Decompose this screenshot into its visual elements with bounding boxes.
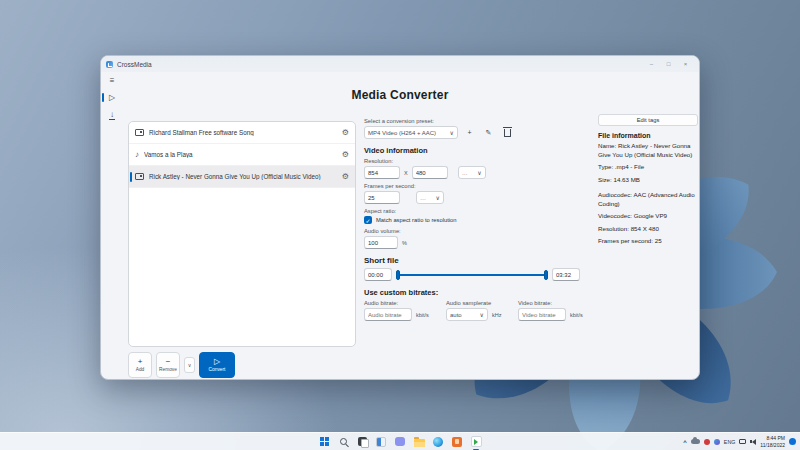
add-button[interactable]: + Add (128, 352, 152, 378)
video-bitrate-unit: kbit/s (570, 312, 583, 318)
app-icon (106, 61, 113, 68)
file-explorer-button[interactable] (413, 436, 425, 448)
fps-label: Frames per second: (364, 183, 596, 189)
volume-icon[interactable] (750, 439, 756, 445)
aspect-checkbox-label: Match aspect ratio to resolution (376, 217, 457, 223)
task-view-button[interactable] (356, 436, 368, 448)
taskbar-clock[interactable]: 8:44 PM 11/18/2022 (760, 435, 785, 448)
resolution-label: Resolution: (364, 158, 596, 164)
language-indicator[interactable]: ENG (724, 439, 735, 445)
file-info-panel: Edit tags File information Name: Rick As… (598, 114, 698, 250)
edit-preset-button[interactable]: ✎ (481, 126, 496, 139)
nav-menu-button[interactable]: ≡ (101, 72, 123, 89)
gear-icon[interactable]: ⚙ (342, 128, 349, 137)
file-info-audiocodec: Audiocodec: AAC (Advanced Audio Coding) (598, 191, 698, 209)
file-info-heading: File information (598, 132, 698, 139)
music-file-icon: ♪ (135, 151, 139, 159)
audio-volume-input[interactable] (364, 236, 398, 249)
tray-overflow-chevron[interactable]: ^ (683, 439, 687, 445)
video-info-heading: Video information (364, 146, 596, 155)
edge-button[interactable] (432, 436, 444, 448)
pencil-icon: ✎ (486, 129, 492, 137)
slider-handle-end[interactable] (544, 270, 548, 280)
close-icon[interactable]: × (677, 57, 694, 71)
list-actions: + Add − Remove ∨ ▷ Convert (128, 352, 235, 378)
onedrive-icon[interactable] (691, 439, 700, 444)
notification-badge[interactable] (789, 438, 796, 445)
check-icon: ✓ (365, 217, 370, 224)
minus-icon: − (166, 358, 171, 366)
download-icon: ↓ (110, 111, 114, 119)
file-info-fps: Frames per second: 25 (598, 237, 698, 246)
slider-handle-start[interactable] (396, 270, 400, 280)
fps-preset-dropdown[interactable]: … ∨ (416, 191, 444, 204)
app-title: CrossMedia (117, 61, 152, 68)
windows-logo-icon (320, 437, 329, 446)
search-button[interactable] (337, 436, 349, 448)
samplerate-value: auto (450, 312, 462, 318)
trim-start-input[interactable] (364, 268, 392, 281)
trim-end-input[interactable] (552, 268, 580, 281)
audio-bitrate-input[interactable] (364, 308, 412, 321)
crossmedia-window: CrossMedia – □ × ≡ ▷ ↓ Media Converter R… (100, 55, 700, 380)
fps-input[interactable] (364, 191, 400, 204)
crossmedia-taskbar-button[interactable] (470, 436, 482, 448)
trash-icon (504, 129, 511, 137)
trim-range-slider[interactable] (396, 270, 548, 280)
display-icon[interactable] (739, 439, 746, 444)
page-title: Media Converter (101, 88, 699, 102)
samplerate-label: Audio samplerate (446, 300, 518, 306)
file-name: Vamos a la Playa (144, 151, 193, 158)
preset-label: Select a conversion preset: (364, 118, 596, 124)
edit-tags-button[interactable]: Edit tags (598, 114, 698, 126)
remove-options-button[interactable]: ∨ (184, 357, 195, 373)
file-info-name: Name: Rick Astley - Never Gonna Give You… (598, 142, 698, 160)
file-name: Rick Astley - Never Gonna Give You Up (O… (149, 173, 321, 180)
folder-icon (414, 439, 425, 447)
preset-value: MP4 Video (H264 + AAC) (368, 130, 436, 136)
tray-app-icon[interactable] (704, 439, 710, 445)
chat-button[interactable] (394, 436, 406, 448)
aspect-ratio-checkbox[interactable]: ✓ (364, 216, 372, 224)
store-button[interactable] (451, 436, 463, 448)
list-item[interactable]: Richard Stallman Free software Song ⚙ (129, 122, 355, 144)
chat-icon (395, 437, 405, 446)
play-icon: ▷ (214, 358, 220, 366)
resolution-preset-dropdown[interactable]: … ∨ (458, 166, 486, 179)
samplerate-dropdown[interactable]: auto ∨ (446, 308, 488, 321)
resolution-width-input[interactable] (364, 166, 400, 179)
converter-settings: Select a conversion preset: MP4 Video (H… (364, 118, 596, 321)
taskbar: ^ ENG 8:44 PM 11/18/2022 (0, 432, 800, 450)
nav-download-tab[interactable]: ↓ (101, 106, 123, 123)
gear-icon[interactable]: ⚙ (342, 150, 349, 159)
add-preset-button[interactable]: + (462, 126, 477, 139)
hamburger-menu-icon: ≡ (110, 76, 115, 85)
aspect-ratio-label: Aspect ratio: (364, 208, 596, 214)
video-bitrate-label: Video bitrate: (518, 300, 596, 306)
chevron-down-icon: ∨ (188, 362, 192, 368)
gear-icon[interactable]: ⚙ (342, 172, 349, 181)
chevron-down-icon: ∨ (477, 169, 481, 176)
preset-dropdown[interactable]: MP4 Video (H264 + AAC) ∨ (364, 126, 458, 139)
list-item-selected[interactable]: Rick Astley - Never Gonna Give You Up (O… (129, 166, 355, 188)
minimize-icon[interactable]: – (643, 57, 660, 71)
widgets-button[interactable] (375, 436, 387, 448)
file-list-panel: Richard Stallman Free software Song ⚙ ♪ … (128, 121, 356, 347)
tray-app-icon[interactable] (714, 439, 720, 445)
file-info-size: Size: 14.63 MB (598, 176, 698, 185)
plus-icon: + (138, 358, 143, 366)
delete-preset-button[interactable] (500, 126, 515, 139)
list-item[interactable]: ♪ Vamos a la Playa ⚙ (129, 144, 355, 166)
resolution-height-input[interactable] (412, 166, 448, 179)
ellipsis-icon: … (420, 195, 426, 201)
start-button[interactable] (318, 436, 330, 448)
remove-button[interactable]: − Remove (156, 352, 180, 378)
maximize-icon[interactable]: □ (660, 57, 677, 71)
window-titlebar[interactable]: CrossMedia – □ × (101, 56, 699, 72)
convert-button[interactable]: ▷ Convert (199, 352, 235, 378)
audio-bitrate-unit: kbit/s (416, 312, 429, 318)
plus-icon: + (467, 129, 471, 136)
store-icon (452, 437, 462, 447)
ellipsis-icon: … (462, 170, 468, 176)
video-bitrate-input[interactable] (518, 308, 566, 321)
